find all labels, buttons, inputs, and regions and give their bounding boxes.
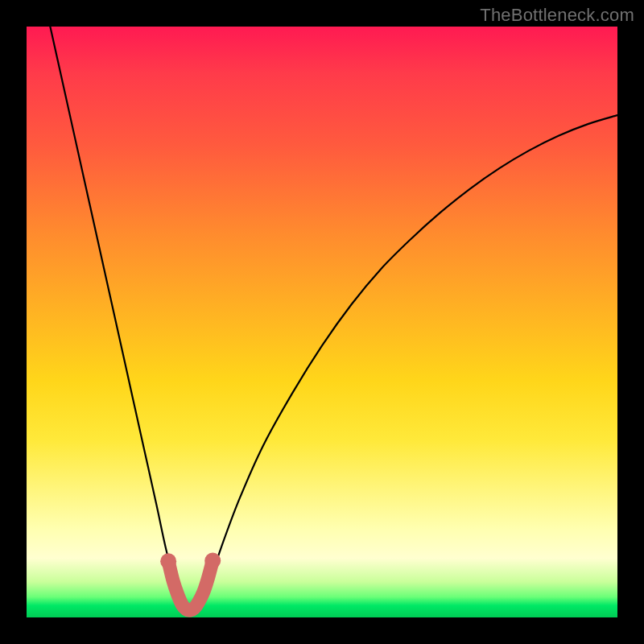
chart-frame: TheBottleneck.com	[0, 0, 644, 644]
optimal-marker	[160, 553, 221, 611]
bottleneck-curve	[50, 27, 617, 612]
plot-area	[27, 27, 617, 617]
svg-point-1	[204, 553, 221, 569]
svg-point-0	[160, 553, 176, 569]
watermark-text: TheBottleneck.com	[480, 5, 634, 26]
chart-svg	[27, 27, 617, 617]
